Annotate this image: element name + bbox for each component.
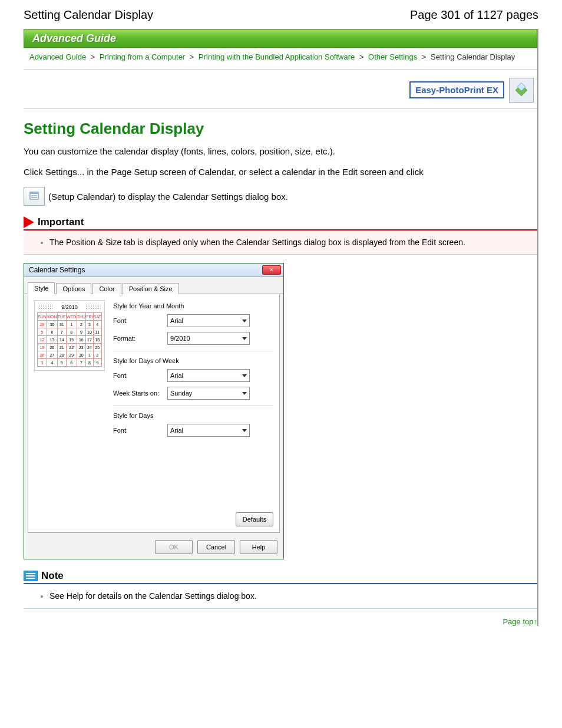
group-days-label: Style for Days <box>113 412 273 419</box>
cal-head: TUE <box>57 313 66 321</box>
defaults-button[interactable]: Defaults <box>236 512 273 526</box>
important-body: The Position & Size tab is displayed onl… <box>24 230 537 255</box>
guide-band: Advanced Guide <box>24 29 537 48</box>
guide-band-label: Advanced Guide <box>32 32 116 45</box>
dow-week-starts-label: Week Starts on: <box>113 390 167 397</box>
crumb-other-settings[interactable]: Other Settings <box>368 52 417 61</box>
crumb-advanced-guide[interactable]: Advanced Guide <box>29 52 86 61</box>
dialog-tabs: Style Options Color Position & Size <box>24 279 283 294</box>
crumb-sep: > <box>359 52 364 61</box>
ym-font-label: Font: <box>113 317 167 324</box>
important-header: Important <box>24 216 537 230</box>
ym-format-select[interactable]: 9/2010 <box>167 332 250 345</box>
chevron-down-icon <box>242 374 247 377</box>
dialog-close-button[interactable]: ✕ <box>262 265 281 275</box>
dialog-title: Calendar Settings <box>29 266 85 274</box>
dow-font-label: Font: <box>113 372 167 379</box>
svg-rect-3 <box>30 192 38 194</box>
group-year-month-label: Style for Year and Month <box>113 302 273 309</box>
instruction-line-1: Click Settings... in the Page Setup scre… <box>24 166 537 179</box>
tab-position-size[interactable]: Position & Size <box>123 283 179 294</box>
doc-title: Setting Calendar Display <box>24 8 153 22</box>
group-days-of-week-label: Style for Days of Week <box>113 357 273 364</box>
dow-font-select[interactable]: Arial <box>167 369 250 382</box>
chevron-down-icon <box>242 319 247 322</box>
breadcrumb: Advanced Guide > Printing from a Compute… <box>24 48 537 70</box>
crumb-printing-computer[interactable]: Printing from a Computer <box>100 52 185 61</box>
cal-head: FRI <box>86 313 93 321</box>
chevron-down-icon <box>242 429 247 432</box>
cancel-button[interactable]: Cancel <box>197 540 235 554</box>
ym-font-select[interactable]: Arial <box>167 314 250 327</box>
important-label: Important <box>38 216 84 228</box>
preview-month-label: 9/2010 <box>61 304 78 310</box>
cal-head: MON <box>47 313 58 321</box>
tab-options[interactable]: Options <box>56 283 91 294</box>
divider <box>113 406 273 406</box>
preview-decor-left <box>37 304 54 310</box>
product-badge: Easy-PhotoPrint EX <box>409 81 504 98</box>
preview-calendar-grid: SUN MON TUE WED THU FRI SAT 2930311234 5… <box>37 312 102 367</box>
days-font-select[interactable]: Arial <box>167 424 250 437</box>
photo-stack-icon <box>509 78 534 103</box>
crumb-current: Setting Calendar Display <box>431 52 515 61</box>
setup-calendar-icon <box>24 187 45 206</box>
page-indicator: Page 301 of 1127 pages <box>410 8 538 22</box>
cal-head: WED <box>66 313 77 321</box>
cal-head: SAT <box>93 313 101 321</box>
crumb-sep: > <box>190 52 194 61</box>
note-text: See Help for details on the Calendar Set… <box>49 590 528 602</box>
important-text: The Position & Size tab is displayed onl… <box>49 236 528 248</box>
chevron-down-icon <box>242 392 247 395</box>
note-icon <box>24 571 38 581</box>
calendar-settings-dialog: Calendar Settings ✕ Style Options Color … <box>24 263 284 559</box>
note-header: Note <box>24 570 537 584</box>
tab-color[interactable]: Color <box>92 283 121 294</box>
tab-style[interactable]: Style <box>28 282 55 294</box>
dow-week-starts-select[interactable]: Sunday <box>167 387 250 400</box>
ym-format-label: Format: <box>113 335 167 342</box>
preview-decor-right <box>85 304 102 310</box>
divider <box>113 351 273 351</box>
calendar-preview: 9/2010 SUN MON TUE WED THU FRI S <box>34 300 105 526</box>
cal-head: SUN <box>38 313 47 321</box>
crumb-sep: > <box>91 52 95 61</box>
intro-text: You can customize the calendar display (… <box>24 145 537 158</box>
chevron-down-icon <box>242 337 247 340</box>
crumb-bundled-app[interactable]: Printing with the Bundled Application So… <box>199 52 355 61</box>
important-flag-icon <box>24 216 34 228</box>
page-top-link[interactable]: Page top <box>503 617 533 626</box>
note-label: Note <box>41 570 64 582</box>
page-title: Setting Calendar Display <box>24 120 537 138</box>
help-button[interactable]: Help <box>240 540 277 554</box>
ok-button[interactable]: OK <box>155 540 193 554</box>
days-font-label: Font: <box>113 427 167 434</box>
cal-head: THU <box>77 313 86 321</box>
crumb-sep: > <box>422 52 427 61</box>
instruction-line-2: (Setup Calendar) to display the Calendar… <box>48 192 288 202</box>
note-body: See Help for details on the Calendar Set… <box>24 584 537 608</box>
up-arrow-icon: ↑ <box>534 617 538 626</box>
